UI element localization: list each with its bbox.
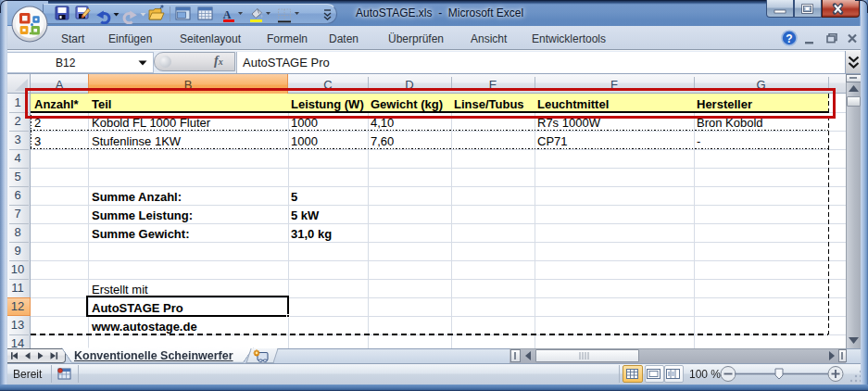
svg-text:A: A: [223, 8, 232, 21]
svg-text:?: ?: [786, 32, 792, 45]
